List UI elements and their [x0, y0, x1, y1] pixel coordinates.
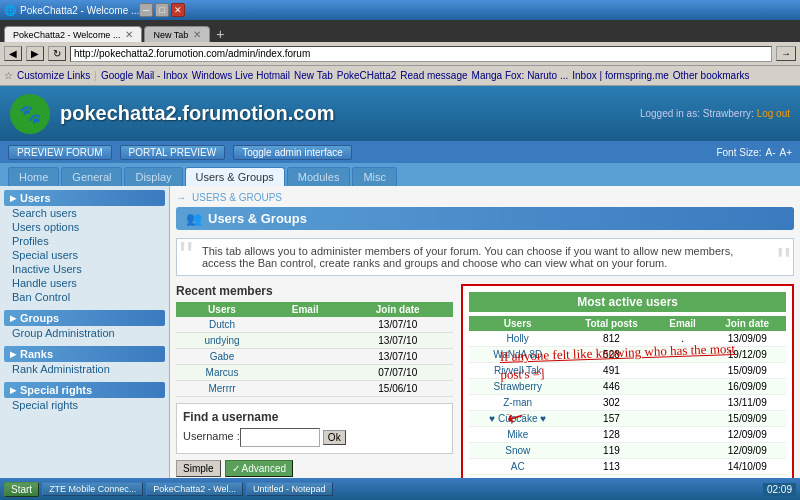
email-cell [268, 333, 342, 349]
active-col-posts: Total posts [566, 316, 656, 331]
sidebar-header-special-rights[interactable]: ▶ Special rights [4, 382, 165, 398]
tab-display[interactable]: Display [124, 167, 182, 186]
font-increase-icon[interactable]: A+ [779, 147, 792, 158]
tab-close-icon[interactable]: ✕ [193, 29, 201, 40]
sidebar-header-ranks[interactable]: ▶ Ranks [4, 346, 165, 362]
toggle-admin-button[interactable]: Toggle admin interface [233, 145, 352, 160]
bookmark-gmail[interactable]: Google Mail - Inbox [101, 70, 188, 81]
simple-button[interactable]: Simple [176, 460, 221, 477]
sidebar-item-inactive-users[interactable]: Inactive Users [4, 262, 165, 276]
refresh-button[interactable]: ↻ [48, 46, 66, 61]
bookmark-readmsg[interactable]: Read message [400, 70, 467, 81]
taskbar-right: 02:09 [763, 483, 796, 496]
bookmark-newtab[interactable]: New Tab [294, 70, 333, 81]
font-decrease-icon[interactable]: A- [765, 147, 775, 158]
sidebar-item-handle-users[interactable]: Handle users [4, 276, 165, 290]
start-button[interactable]: Start [4, 482, 39, 497]
bookmark-pokechatta[interactable]: PokeCHatta2 [337, 70, 396, 81]
user-link[interactable]: ♥ Cüpcäke ♥ [469, 411, 566, 427]
username-input[interactable] [240, 428, 320, 447]
user-link[interactable]: Rivvell Tak [469, 363, 566, 379]
minimize-button[interactable]: ─ [139, 3, 153, 17]
user-link[interactable]: WaNdA 8D [469, 347, 566, 363]
user-link[interactable]: Marcus [176, 365, 268, 381]
logout-link[interactable]: Log out [757, 108, 790, 119]
email-cell: . [657, 331, 709, 347]
bookmark-customize[interactable]: Customize Links [17, 70, 90, 81]
sidebar-item-search-users[interactable]: Search users [4, 206, 165, 220]
user-link[interactable]: AC [469, 459, 566, 475]
posts-cell: 491 [566, 363, 656, 379]
most-active-table: Users Total posts Email Join date Holly8… [469, 316, 786, 491]
sidebar-item-special-rights[interactable]: Special rights [4, 398, 165, 412]
preview-forum-button[interactable]: PREVIEW FORUM [8, 145, 112, 160]
join-date-cell: 07/07/10 [342, 365, 453, 381]
user-link[interactable]: Gabe [176, 349, 268, 365]
join-date-cell: 12/09/09 [708, 443, 786, 459]
join-date-cell: 13/09/09 [708, 331, 786, 347]
sidebar-item-rank-admin[interactable]: Rank Administration [4, 362, 165, 376]
taskbar-item-0[interactable]: ZTE Mobile Connec... [42, 482, 143, 496]
sidebar-item-profiles[interactable]: Profiles [4, 234, 165, 248]
table-row: Merrrr15/06/10 [176, 381, 453, 397]
tab-misc[interactable]: Misc [352, 167, 397, 186]
email-cell [657, 411, 709, 427]
user-link[interactable]: Z-man [469, 395, 566, 411]
table-row: Holly812.13/09/09 [469, 331, 786, 347]
bookmark-other[interactable]: Other bookmarks [673, 70, 750, 81]
sidebar-item-ban-control[interactable]: Ban Control [4, 290, 165, 304]
forum-title: pokechatta2.forumotion.com [60, 102, 334, 125]
sidebar-item-group-admin[interactable]: Group Administration [4, 326, 165, 340]
tab-general[interactable]: General [61, 167, 122, 186]
sidebar-item-special-users[interactable]: Special users [4, 248, 165, 262]
close-button[interactable]: ✕ [171, 3, 185, 17]
tab-close-icon[interactable]: ✕ [125, 29, 133, 40]
sidebar-header-users[interactable]: ▶ Users [4, 190, 165, 206]
user-link[interactable]: Merrrr [176, 381, 268, 397]
email-cell [657, 459, 709, 475]
address-input[interactable] [70, 46, 772, 62]
table-row: Marcus07/07/10 [176, 365, 453, 381]
tab-home[interactable]: Home [8, 167, 59, 186]
forward-button[interactable]: ▶ [26, 46, 44, 61]
address-bar: ◀ ▶ ↻ → [0, 42, 800, 66]
col-join-date: Join date [342, 302, 453, 317]
back-button[interactable]: ◀ [4, 46, 22, 61]
portal-preview-button[interactable]: PORTAL PREVIEW [120, 145, 226, 160]
user-link[interactable]: Snow [469, 443, 566, 459]
user-link[interactable]: undying [176, 333, 268, 349]
sidebar-header-groups[interactable]: ▶ Groups [4, 310, 165, 326]
bookmark-manga[interactable]: Manga Fox: Naruto ... [472, 70, 569, 81]
taskbar-item-1[interactable]: PokeChatta2 - Wel... [146, 482, 243, 496]
forum-header: 🐾 pokechatta2.forumotion.com Logged in a… [0, 86, 800, 141]
user-link[interactable]: Strawberry [469, 379, 566, 395]
user-link[interactable]: Dutch [176, 317, 268, 333]
posts-cell: 157 [566, 411, 656, 427]
sidebar-item-users-options[interactable]: Users options [4, 220, 165, 234]
tab-users-groups[interactable]: Users & Groups [185, 167, 285, 186]
maximize-button[interactable]: □ [155, 3, 169, 17]
go-button[interactable]: → [776, 46, 796, 61]
tab-modules[interactable]: Modules [287, 167, 351, 186]
clock: 02:09 [763, 483, 796, 496]
forum-logo: 🐾 [10, 94, 50, 134]
ok-button[interactable]: Ok [323, 430, 346, 445]
bookmark-hotmail[interactable]: Windows Live Hotmail [192, 70, 290, 81]
user-link[interactable]: Holly [469, 331, 566, 347]
join-date-cell: 13/07/10 [342, 349, 453, 365]
posts-cell: 528 [566, 347, 656, 363]
chevron-right-icon: ▶ [10, 314, 16, 323]
page-header: 👥 Users & Groups [176, 207, 794, 230]
advanced-button[interactable]: ✓ Advanced [225, 460, 293, 477]
taskbar-item-2[interactable]: Untitled - Notepad [246, 482, 333, 496]
posts-cell: 113 [566, 459, 656, 475]
table-row: ♥ Cüpcäke ♥15715/09/09 [469, 411, 786, 427]
bookmark-inbox[interactable]: Inbox | formspring.me [572, 70, 669, 81]
new-tab-button[interactable]: + [212, 26, 228, 42]
browser-tab-inactive[interactable]: New Tab ✕ [144, 26, 210, 42]
table-row: Rivvell Tak49115/09/09 [469, 363, 786, 379]
active-col-join: Join date [708, 316, 786, 331]
browser-tab-active[interactable]: PokeChatta2 - Welcome ... ✕ [4, 26, 142, 42]
user-link[interactable]: Mike [469, 427, 566, 443]
sidebar: ▶ Users Search users Users options Profi… [0, 186, 170, 500]
